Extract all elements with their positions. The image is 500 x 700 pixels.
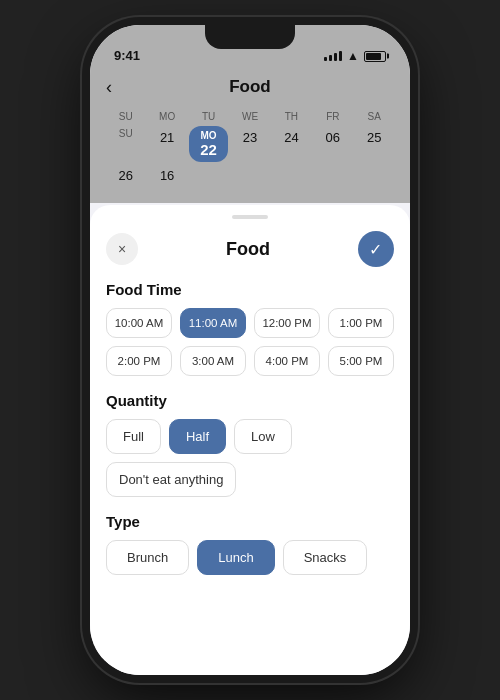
status-icons: ▲ bbox=[324, 49, 386, 63]
notch bbox=[205, 25, 295, 49]
day-header-we: WE bbox=[230, 109, 269, 124]
day-24[interactable]: 24 bbox=[272, 126, 311, 162]
day-header-mo: MO bbox=[147, 109, 186, 124]
calendar-days: SU MO TU WE TH FR SA SU 21 MO 22 23 24 0… bbox=[106, 109, 394, 187]
time-400pm[interactable]: 4:00 PM bbox=[254, 346, 320, 376]
day-header-su2: SU bbox=[106, 126, 145, 162]
calendar-area: ‹ Food SU MO TU WE TH FR SA SU 21 MO 22 … bbox=[90, 69, 410, 203]
confirm-button[interactable]: ✓ bbox=[358, 231, 394, 267]
quantity-label: Quantity bbox=[106, 392, 394, 409]
qty-low[interactable]: Low bbox=[234, 419, 292, 454]
time-1200pm[interactable]: 12:00 PM bbox=[254, 308, 320, 338]
qty-full[interactable]: Full bbox=[106, 419, 161, 454]
time-100pm[interactable]: 1:00 PM bbox=[328, 308, 394, 338]
day-header-tu: TU bbox=[189, 109, 228, 124]
day-23[interactable]: 23 bbox=[230, 126, 269, 162]
day-26[interactable]: 26 bbox=[106, 164, 145, 187]
day-header-sa: SA bbox=[355, 109, 394, 124]
back-button[interactable]: ‹ bbox=[106, 77, 112, 98]
qty-dont-eat[interactable]: Don't eat anything bbox=[106, 462, 236, 497]
status-time: 9:41 bbox=[114, 48, 140, 63]
qty-half[interactable]: Half bbox=[169, 419, 226, 454]
food-time-label: Food Time bbox=[106, 281, 394, 298]
day-16[interactable]: 16 bbox=[147, 164, 186, 187]
time-1100am[interactable]: 11:00 AM bbox=[180, 308, 246, 338]
battery-icon bbox=[364, 51, 386, 62]
calendar-title: Food bbox=[229, 77, 271, 97]
close-button[interactable]: × bbox=[106, 233, 138, 265]
day-22-selected[interactable]: MO 22 bbox=[189, 126, 228, 162]
day-25[interactable]: 25 bbox=[355, 126, 394, 162]
time-200pm[interactable]: 2:00 PM bbox=[106, 346, 172, 376]
day-header-fr: FR bbox=[313, 109, 352, 124]
type-lunch[interactable]: Lunch bbox=[197, 540, 274, 575]
status-bar: 9:41 ▲ bbox=[90, 25, 410, 69]
sheet-header: × Food ✓ bbox=[90, 219, 410, 277]
signal-bars-icon bbox=[324, 51, 342, 61]
type-snacks[interactable]: Snacks bbox=[283, 540, 368, 575]
type-brunch[interactable]: Brunch bbox=[106, 540, 189, 575]
phone-frame: 9:41 ▲ ‹ Food SU MO TU WE TH FR bbox=[90, 25, 410, 675]
day-21[interactable]: 21 bbox=[147, 126, 186, 162]
quantity-row: Full Half Low Don't eat anything bbox=[106, 419, 394, 497]
type-row: Brunch Lunch Snacks bbox=[106, 540, 394, 575]
day-header-su1: SU bbox=[106, 109, 145, 124]
calendar-header: ‹ Food bbox=[106, 77, 394, 97]
time-grid: 10:00 AM 11:00 AM 12:00 PM 1:00 PM 2:00 … bbox=[106, 308, 394, 376]
time-300am[interactable]: 3:00 AM bbox=[180, 346, 246, 376]
sheet-body: Food Time 10:00 AM 11:00 AM 12:00 PM 1:0… bbox=[90, 277, 410, 591]
type-label: Type bbox=[106, 513, 394, 530]
bottom-sheet: × Food ✓ Food Time 10:00 AM 11:00 AM 12:… bbox=[90, 205, 410, 675]
sheet-title: Food bbox=[226, 239, 270, 260]
day-06[interactable]: 06 bbox=[313, 126, 352, 162]
day-header-th: TH bbox=[272, 109, 311, 124]
time-1000am[interactable]: 10:00 AM bbox=[106, 308, 172, 338]
time-500pm[interactable]: 5:00 PM bbox=[328, 346, 394, 376]
wifi-icon: ▲ bbox=[347, 49, 359, 63]
